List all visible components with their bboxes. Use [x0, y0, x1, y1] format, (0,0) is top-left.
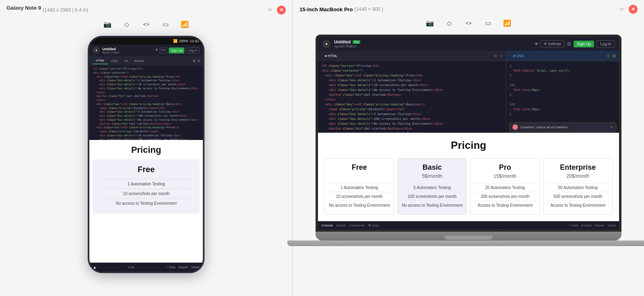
laptop-html-tab[interactable]: ● HTML — [321, 52, 341, 60]
left-camera-icon[interactable]: 📷 — [101, 18, 114, 30]
plan-price-pro: 15$/month — [474, 173, 536, 179]
left-close-btn[interactable]: ✕ — [277, 6, 286, 14]
phone-back-arrow[interactable]: ▲ — [93, 265, 97, 269]
laptop-codepen-title: Untitled — [334, 39, 351, 44]
phone-nav-right: ♥ EV Sign Up Log In — [156, 47, 200, 53]
laptop-pro-badge: Pro — [353, 40, 360, 44]
laptop-codepen-logo: ✦ — [322, 39, 331, 48]
phone-feature-3: No access to Testing Environment — [101, 198, 192, 208]
phone-tab-css[interactable]: CSS — [108, 58, 121, 64]
laptop-base — [287, 240, 644, 246]
phone-chevron-icon[interactable]: ▾ — [198, 59, 200, 63]
phone-preview-area: Pricing Free 1 Automation Testing 10 scr… — [89, 140, 203, 263]
phone-codepen-nav: ✦ Untitled Ayush Thakur ♥ EV Sign Up Log… — [89, 45, 203, 56]
left-wifi-icon[interactable]: 📶 — [179, 18, 191, 30]
laptop-css-tab-icons: ⊠ ⊡ — [607, 54, 616, 58]
laptop-share-btn[interactable]: Share — [607, 224, 616, 227]
laptop-export-btn[interactable]: Export — [595, 224, 604, 227]
plan-feature-enterprise-3: Access to Testing Environment — [547, 201, 609, 210]
laptop-embed-btn[interactable]: Embed — [581, 224, 591, 227]
laptop-codepen-subtitle: Ayush Thakur — [334, 44, 360, 48]
phone-codepen-subtitle: Ayush Thakur — [102, 51, 120, 54]
pricing-card-enterprise: Enterprise 20$/month 50 Automation Testi… — [543, 158, 613, 215]
right-camera-icon[interactable]: 📷 — [424, 17, 436, 29]
left-video-icon[interactable]: ▭ — [159, 18, 171, 30]
laptop-html-tab-bar: ● HTML ⊠ ⊡ — [318, 51, 506, 61]
laptop-console-bar: Console Assets Comments ⌘ Keys ⑂ Fork Em… — [318, 221, 619, 229]
left-refresh-btn[interactable]: ⟳ — [266, 6, 275, 14]
left-code-icon[interactable]: <> — [140, 18, 152, 30]
plan-feature-basic-3: No access to Testing Environment — [401, 201, 463, 210]
laptop-console-tab-assets[interactable]: Assets — [336, 224, 346, 227]
phone-outer: 📶100%12:42 ✦ Untitled Ayush Thakur ♥ EV … — [88, 36, 204, 273]
plan-feature-free-1: 1 Automation Testing — [328, 183, 390, 192]
phone-export-btn[interactable]: Export — [179, 265, 188, 269]
laptop-settings-btn[interactable]: ⚙ Settings — [540, 40, 565, 47]
phone-editor-tabs: HTML CSS JS Result ⚙ ▾ — [89, 56, 203, 66]
plan-name-pro: Pro — [474, 163, 536, 172]
laptop-css-code: { font-family: Arial, sans-serif; } h1{ … — [506, 61, 619, 121]
plan-feature-pro-1: 20 Automation Testing — [474, 183, 536, 192]
laptop-grid-icon[interactable]: ⊞ — [567, 41, 571, 47]
pricing-card-pro: Pro 15$/month 20 Automation Testing 300 … — [470, 158, 540, 215]
plan-price-free — [328, 173, 390, 179]
laptop-fork-btn[interactable]: ⑂ Fork — [569, 224, 578, 227]
laptop-unlock-close[interactable]: ✕ — [610, 125, 613, 129]
laptop-unlock-text: CodePen: Unlock all of CodePen — [520, 125, 568, 129]
pricing-card-free: Free 1 Automation Testing 10 screenshots… — [324, 158, 394, 215]
laptop-html-editor: ● HTML ⊠ ⊡ <h1 class="section">Pricing</… — [318, 51, 506, 133]
plan-feature-basic-1: 5 Automation Testing — [401, 183, 463, 192]
right-video-icon[interactable]: ▭ — [482, 17, 494, 29]
phone-tab-html[interactable]: HTML — [93, 58, 108, 64]
phone-preview-card: Free 1 Automation Testing 10 screenshots… — [93, 159, 200, 214]
laptop-console-tab-keys[interactable]: ⌘ Keys — [368, 224, 379, 227]
laptop-console-tab-comments[interactable]: Comments — [349, 224, 365, 227]
laptop-css-tab-icon2[interactable]: ⊡ — [613, 54, 616, 58]
phone-signup-btn[interactable]: Sign Up — [169, 47, 184, 53]
left-panel-header: Galaxy Note 9 (1440 x 2960 | 6.4 in) ⟳ ✕ — [0, 5, 292, 15]
phone-tab-js[interactable]: JS — [121, 58, 131, 64]
right-refresh-btn[interactable]: ⟳ — [617, 5, 626, 14]
plan-feature-enterprise-2: 500 screenshots per month — [547, 192, 609, 201]
phone-zoom-level: 1.0× — [128, 265, 134, 269]
laptop-login-btn[interactable]: Log In — [597, 40, 615, 48]
phone-ev-icon: EV — [160, 47, 167, 53]
laptop-css-tab[interactable]: ● CSS — [510, 52, 526, 60]
phone-feature-2: 10 screenshots per month — [101, 189, 192, 198]
phone-login-btn[interactable]: Log In — [186, 47, 200, 53]
plan-feature-free-3: No access to Testing Environment — [328, 201, 390, 210]
phone-feature-1: 1 Automation Testing — [101, 179, 192, 189]
right-code-icon[interactable]: <> — [462, 17, 475, 29]
laptop-codepen-nav: ✦ Untitled Pro Ayush Thakur ♥ ⚙ Settings… — [318, 37, 619, 51]
laptop-nav-right: ♥ ⚙ Settings ⊞ Sign Up Log In — [535, 40, 615, 48]
right-close-btn[interactable]: ✕ — [629, 5, 638, 14]
plan-price-basic: 5$/month — [401, 173, 463, 179]
laptop-html-tab-icon1[interactable]: ⊠ — [494, 54, 497, 58]
laptop-html-code: <h1 class="section">Pricing</h1> <div cl… — [318, 61, 506, 133]
plan-feature-enterprise-1: 50 Automation Testing — [547, 183, 609, 192]
left-tag-icon[interactable]: ◇ — [121, 18, 133, 30]
laptop-signup-btn[interactable]: Sign Up — [574, 41, 594, 47]
pricing-grid: Free 1 Automation Testing 10 screenshots… — [324, 158, 613, 215]
laptop-css-editor: ● CSS ⊠ ⊡ { font-family: Arial, sans-ser… — [506, 51, 619, 133]
laptop-notch — [444, 236, 493, 240]
phone-heart-icon[interactable]: ♥ — [156, 47, 158, 53]
plan-name-free: Free — [328, 163, 390, 172]
phone-fork-btn[interactable]: ⑂ Fork — [166, 265, 175, 269]
pricing-card-basic: Basic 5$/month 5 Automation Testing 100 … — [397, 158, 467, 215]
laptop-css-tab-bar: ● CSS ⊠ ⊡ — [506, 51, 619, 61]
plan-feature-free-2: 10 screenshots per month — [328, 192, 390, 201]
right-tag-icon[interactable]: ◇ — [443, 17, 455, 29]
plan-name-basic: Basic — [401, 163, 463, 172]
laptop-console-tab-console[interactable]: Console — [321, 224, 333, 227]
phone-share-btn[interactable]: Share — [191, 265, 200, 269]
laptop-html-tab-icon2[interactable]: ⊡ — [500, 54, 503, 58]
phone-gear-icon[interactable]: ⚙ — [192, 59, 196, 63]
plan-feature-pro-3: Access to Testing Environment — [474, 201, 536, 210]
left-device-name: Galaxy Note 9 — [6, 5, 41, 11]
phone-tab-result[interactable]: Result — [131, 58, 147, 64]
laptop-css-tab-icon1[interactable]: ⊠ — [607, 54, 610, 58]
plan-feature-basic-2: 100 screenshots per month — [401, 192, 463, 201]
laptop-heart-icon[interactable]: ♥ — [535, 41, 538, 47]
right-wifi-icon[interactable]: 📶 — [501, 17, 513, 29]
